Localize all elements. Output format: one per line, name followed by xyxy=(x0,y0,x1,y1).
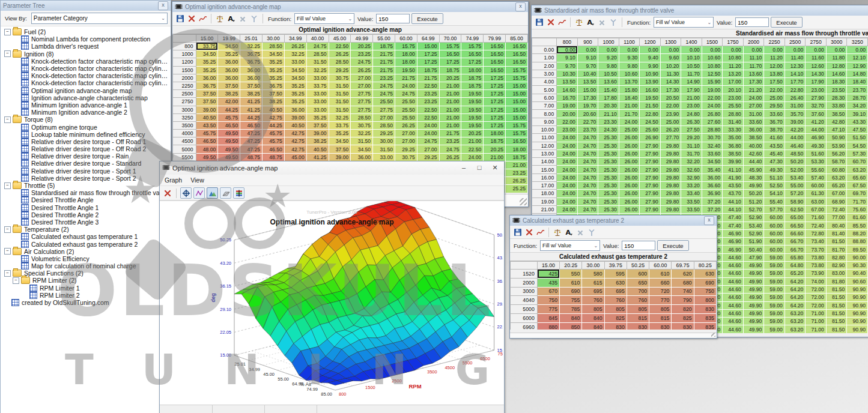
table-cell[interactable]: 25.30 xyxy=(598,158,619,166)
grid-column-header[interactable]: 69.75 xyxy=(672,262,694,270)
table-cell[interactable]: 33.75 xyxy=(196,43,218,50)
table-cell[interactable]: 26.25 xyxy=(395,121,417,129)
tree-item[interactable]: Relative driver desire torque - Off Road… xyxy=(3,138,171,145)
table-cell[interactable]: 22.50 xyxy=(417,82,439,89)
grid-column-header[interactable]: 39.75 xyxy=(604,262,627,270)
execute-button[interactable]: Execute xyxy=(771,17,802,28)
table-cell[interactable]: 22.80 xyxy=(785,86,806,94)
table-cell[interactable]: 44.25 xyxy=(240,113,263,121)
table-cell[interactable]: 755 xyxy=(560,296,582,305)
table-cell[interactable]: 31.50 xyxy=(329,82,351,89)
tree-item[interactable]: Relative driver desire torque - Standard xyxy=(3,160,171,167)
table-cell[interactable]: 22.50 xyxy=(417,106,439,113)
table-cell[interactable]: 9.10 xyxy=(577,54,598,62)
table-cell[interactable]: 26.25 xyxy=(329,50,351,58)
table-cell[interactable]: 30.75 xyxy=(351,121,373,129)
table-cell[interactable]: 23.25 xyxy=(506,169,528,177)
table-cell[interactable]: 0.00 xyxy=(557,46,578,54)
table-cell[interactable]: 33.00 xyxy=(306,106,329,113)
table-cell[interactable]: 47.40 xyxy=(723,222,744,229)
table-cell[interactable]: 610 xyxy=(560,278,582,287)
table-cell[interactable]: 29.80 xyxy=(660,158,681,166)
tree-folder[interactable]: −Throttle (5) xyxy=(3,182,171,189)
delete-icon[interactable] xyxy=(186,14,196,24)
grid-column-header[interactable]: 15.00 xyxy=(537,262,559,270)
table-cell[interactable]: 32.90 xyxy=(681,173,702,181)
table-cell[interactable]: 14.30 xyxy=(806,70,827,77)
table-cell[interactable]: 10.60 xyxy=(702,54,723,62)
table-cell[interactable]: 31.50 xyxy=(306,58,329,66)
table-cell[interactable]: 65.60 xyxy=(847,173,868,181)
table-cell[interactable]: 90.90 xyxy=(847,294,868,301)
table-cell[interactable]: 34.50 xyxy=(702,158,723,166)
table-cell[interactable]: 69.70 xyxy=(847,190,868,197)
table-cell[interactable]: 65.00 xyxy=(785,214,806,222)
table-cell[interactable]: 36.00 xyxy=(196,74,218,82)
table-cell[interactable]: 24.70 xyxy=(577,205,598,213)
table-cell[interactable]: 81.50 xyxy=(826,285,847,293)
function-select[interactable]: Fill w/ Value ⌄ xyxy=(540,240,600,251)
table-cell[interactable]: 32.25 xyxy=(329,113,351,121)
table-cell[interactable]: 44.25 xyxy=(263,121,285,129)
execute-button[interactable]: Execute xyxy=(411,13,443,24)
collapse-icon[interactable]: − xyxy=(4,50,11,57)
table-cell[interactable]: 26.40 xyxy=(785,94,806,101)
table-cell[interactable]: 24.75 xyxy=(439,145,461,153)
table-cell[interactable]: 16.50 xyxy=(506,50,528,58)
table-cell[interactable]: 49.90 xyxy=(743,277,764,285)
trace-icon[interactable] xyxy=(557,17,567,28)
save-icon[interactable] xyxy=(512,227,523,237)
table-cell[interactable]: 72.00 xyxy=(806,294,827,301)
table-cell[interactable]: 815 xyxy=(649,313,672,322)
table-cell[interactable]: 27.00 xyxy=(351,74,373,82)
function-select[interactable]: Fill w/ Value ⌄ xyxy=(294,13,354,24)
table-cell[interactable]: 16.50 xyxy=(484,50,506,58)
maximize-icon[interactable]: □ xyxy=(473,163,486,173)
table-cell[interactable]: 41.90 xyxy=(723,173,744,181)
table-cell[interactable]: 50.40 xyxy=(743,246,764,253)
tree-item[interactable]: Ignition advance-angle characteristic ma… xyxy=(3,94,171,101)
table-cell[interactable]: 44.60 xyxy=(723,318,744,325)
table-cell[interactable]: 10.30 xyxy=(557,70,578,77)
slope-graph-icon[interactable] xyxy=(220,187,231,199)
table-cell[interactable]: 25.30 xyxy=(598,149,619,157)
table-cell[interactable]: 59.00 xyxy=(764,253,785,261)
table-cell[interactable]: 27.90 xyxy=(640,142,661,149)
table-cell[interactable]: 59.00 xyxy=(764,301,785,309)
table-cell[interactable]: 34.50 xyxy=(196,50,218,58)
table-cell[interactable]: 51.90 xyxy=(743,238,764,246)
table-cell[interactable]: 42.75 xyxy=(284,137,306,145)
table-cell[interactable]: 17.25 xyxy=(484,113,506,121)
table-cell[interactable]: 44.60 xyxy=(723,309,744,317)
table-cell[interactable]: 36.60 xyxy=(702,182,723,190)
table-cell[interactable]: 40.00 xyxy=(743,142,764,149)
table-cell[interactable]: 17.25 xyxy=(439,58,461,66)
table-cell[interactable]: 790 xyxy=(672,296,694,305)
table-cell[interactable]: 44.40 xyxy=(743,158,764,166)
table-cell[interactable]: 45.00 xyxy=(284,153,306,161)
table-cell[interactable]: 24.00 xyxy=(557,205,578,213)
table-cell[interactable]: 27.90 xyxy=(640,190,661,197)
table-cell[interactable]: 90.30 xyxy=(847,262,868,270)
table-cell[interactable]: 25.30 xyxy=(598,182,619,190)
table-cell[interactable]: 16.50 xyxy=(484,66,506,74)
table-cell[interactable]: 760 xyxy=(627,296,649,305)
table-cell[interactable]: 29.25 xyxy=(373,130,395,137)
table-cell[interactable]: 44.25 xyxy=(218,106,240,113)
grid-column-header[interactable]: 15.00 xyxy=(196,35,218,43)
table-cell[interactable]: 12.90 xyxy=(847,62,868,70)
table-cell[interactable]: 820 xyxy=(672,305,694,314)
table-cell[interactable]: 16.50 xyxy=(484,43,506,50)
table-cell[interactable]: 26.25 xyxy=(439,153,461,161)
table-cell[interactable]: 17.25 xyxy=(484,121,506,129)
table-cell[interactable]: 60.00 xyxy=(764,246,785,253)
table-cell[interactable]: 19.50 xyxy=(461,121,484,129)
table-cell[interactable]: 39.00 xyxy=(284,113,306,121)
table-cell[interactable]: 38.25 xyxy=(240,90,263,98)
table-cell[interactable]: 33.00 xyxy=(306,98,329,106)
grid-column-header[interactable]: 1750 xyxy=(723,38,744,46)
table-cell[interactable]: 33.20 xyxy=(681,182,702,190)
y-trace-icon[interactable] xyxy=(608,17,618,28)
table-cell[interactable]: 34.20 xyxy=(847,102,868,110)
table-cell[interactable]: 49.50 xyxy=(218,145,240,153)
